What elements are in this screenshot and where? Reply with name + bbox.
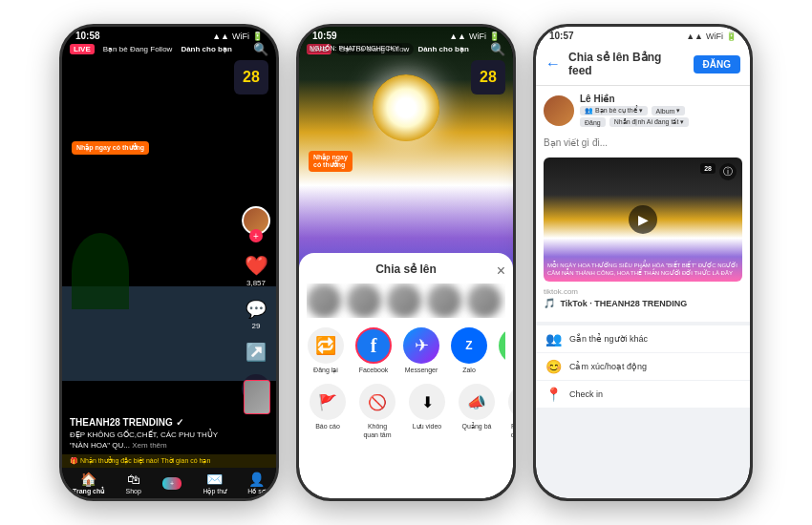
action-caption[interactable]: Aa Phụ đề vàcách thuật [505, 384, 513, 439]
trending-logo-2: 28 [471, 60, 505, 94]
fb-source-title: 🎵 TikTok · THEANH28 TRENDING [544, 298, 742, 308]
status-icons: ▲▲ WiFi 🔋 [212, 32, 263, 41]
add-icon: + [162, 477, 182, 490]
share-app-messenger[interactable]: ✈ Messenger [402, 327, 440, 374]
repost-icon: 🔁 [308, 327, 344, 364]
promote-icon: 📣 [459, 384, 495, 420]
fb-user-row: Lê Hiền 👥 Bạn bè cụ thể ▾ Album ▾ [544, 94, 742, 127]
facebook-icon: f [355, 327, 392, 364]
facebook-screen: 10:57 ▲▲ WiFi 🔋 ← Chia sẻ lên Bảng feed … [536, 27, 750, 498]
see-more-link[interactable]: Xem thêm [132, 441, 166, 450]
bottom-nav: 🏠 Trang chủ 🛍 Shop + ✉️ Hộp thư 👤 Hồ sơ [62, 468, 276, 498]
wifi-icon-3: WiFi [706, 32, 723, 41]
video-description: ĐẸP KHÔNG GỐC,CHẾT, CÁC PHU THỦY "NÀN HO… [70, 430, 234, 451]
play-button[interactable]: ▶ [629, 205, 657, 234]
like-action[interactable]: ❤️ 3,857 [245, 254, 268, 287]
share-app-facebook[interactable]: f Facebook [354, 327, 393, 374]
chevron-down-icon: ▾ [639, 107, 643, 115]
search-icon-2[interactable]: 🔍 [490, 42, 505, 56]
post-button[interactable]: ĐĂNG [694, 55, 740, 74]
friends-icon: 👥 [585, 107, 593, 115]
checkin-action[interactable]: 📍 Check in [536, 381, 750, 409]
tag-label: Gắn thẻ người khác [569, 334, 648, 344]
friend-avatar-2[interactable] [347, 284, 381, 318]
phone-1: 10:58 ▲▲ WiFi 🔋 LIVE Bạn bè Đang Follow … [59, 24, 279, 501]
zalo-label: Zalo [462, 367, 476, 373]
friend-avatar-1[interactable] [307, 284, 341, 318]
share-apps: 🔁 Đăng lại f Facebook ✈ Messenger Z Zalo… [307, 327, 505, 374]
follow-avatar[interactable]: + [242, 206, 270, 242]
status-bar-3: 10:57 ▲▲ WiFi 🔋 [536, 27, 750, 43]
comment-action[interactable]: 💬 29 [246, 299, 267, 330]
nav-inbox[interactable]: ✉️ Hộp thư [203, 472, 226, 495]
report-label: Báo cáo [315, 423, 340, 430]
fb-username: Lê Hiền [580, 94, 742, 104]
nav-shop[interactable]: 🛍 Shop [126, 472, 141, 494]
status-time-2: 10:59 [312, 31, 337, 41]
friend-avatar-4[interactable] [427, 284, 461, 318]
feeling-action[interactable]: 😊 Cảm xúc/hoạt động [536, 353, 750, 381]
action-promote[interactable]: 📣 Quảng bá [456, 384, 498, 439]
search-icon[interactable]: 🔍 [253, 42, 268, 56]
follow-text[interactable]: Bạn bè Đang Follow [98, 43, 178, 55]
for-you-tab-2[interactable]: Dành cho bạn [417, 45, 468, 53]
close-button[interactable]: × [497, 262, 505, 280]
status-bar-2: 10:59 ▲▲ WiFi 🔋 [299, 27, 513, 43]
share-action[interactable]: ↗️ [246, 342, 267, 363]
checkin-icon: 📍 [545, 387, 562, 402]
album-btn[interactable]: Album ▾ [652, 106, 686, 116]
signal-icon: ▲▲ [212, 32, 229, 41]
reward-text: 🎁 Nhận thưởng đặc biệt nào! Thời gian có… [70, 457, 210, 465]
battery-icon-2: 🔋 [489, 32, 500, 41]
fb-privacy-row: 👥 Bạn bè cụ thể ▾ Album ▾ [580, 106, 742, 116]
nav-home[interactable]: 🏠 Trang chủ [73, 472, 104, 495]
person-silhouette [72, 233, 129, 309]
profile-icon: 👤 [248, 472, 265, 487]
nav-add[interactable]: + [162, 477, 182, 490]
promo-badge-2[interactable]: Nhập ngaycó thưởng [309, 151, 353, 172]
status-time: 10:58 [75, 31, 100, 41]
fb-video-thumbnail: ▶ ⓘ 28 MỖI NGÀY HOA THƯỜNG SIÊU PHẨM HÒA… [544, 158, 742, 282]
reward-bar[interactable]: 🎁 Nhận thưởng đặc biệt nào! Thời gian có… [62, 454, 276, 468]
channel-name: THEANH28 TRENDING ✓ [70, 417, 234, 428]
tiktok-topbar: LIVE Bạn bè Đang Follow Dành cho bạn 🔍 [62, 42, 276, 56]
fb-avatar [544, 95, 574, 126]
friends-privacy-btn[interactable]: 👥 Bạn bè cụ thể ▾ [580, 106, 648, 116]
signal-icon-3: ▲▲ [686, 32, 703, 41]
friend-avatar-3[interactable] [387, 284, 421, 318]
caption-label: Phụ đề vàcách thuật [511, 423, 513, 439]
report-icon: 🚩 [310, 384, 346, 420]
share-title: Chia sẻ lên [375, 262, 437, 276]
tag-icon: 👥 [545, 331, 562, 346]
info-button[interactable]: ⓘ [719, 163, 737, 180]
home-icon: 🏠 [80, 472, 96, 487]
action-save[interactable]: ⬇ Lưu video [406, 384, 448, 439]
share-app-sms[interactable]: 💬 SMS [498, 327, 505, 374]
fb-privacy-row-2: Đăng Nhắn định Ai đang tất ▾ [580, 117, 742, 127]
friend-avatar-5[interactable] [467, 284, 502, 318]
post-input[interactable] [544, 134, 742, 152]
nav-profile[interactable]: 👤 Hồ sơ [247, 472, 266, 495]
checkin-label: Check in [569, 389, 603, 399]
like-count: 3,857 [246, 279, 266, 287]
for-you-tab[interactable]: Dành cho bạn [181, 45, 231, 53]
feeling-icon: 😊 [545, 359, 562, 374]
audience-btn[interactable]: Nhắn định Ai đang tất ▾ [609, 117, 690, 127]
inbox-icon: ✉️ [206, 472, 223, 487]
small-thumbnail[interactable] [244, 380, 270, 414]
promo-badge[interactable]: Nhập ngay có thưởng [72, 141, 149, 155]
tag-people-action[interactable]: 👥 Gắn thẻ người khác [536, 326, 750, 353]
status-icons-3: ▲▲ WiFi 🔋 [686, 32, 737, 41]
share-app-zalo[interactable]: Z Zalo [450, 327, 488, 374]
action-report[interactable]: 🚩 Báo cáo [307, 384, 349, 439]
back-button[interactable]: ← [545, 55, 561, 73]
video-info: THEANH28 TRENDING ✓ ĐẸP KHÔNG GỐC,CHẾT, … [70, 417, 234, 451]
video-caption: MỖI NGÀY HOA THƯỜNG SIÊU PHẨM HÒA "BIẾT … [547, 262, 738, 278]
signal-icon-2: ▲▲ [449, 32, 466, 41]
action-not-interested[interactable]: 🚫 Khôngquan tâm [356, 384, 398, 439]
share-app-repost[interactable]: 🔁 Đăng lại [307, 327, 345, 374]
status-time-3: 10:57 [549, 31, 574, 41]
post-btn-small[interactable]: Đăng [580, 117, 606, 127]
fb-extra-actions: 👥 Gắn thẻ người khác 😊 Cảm xúc/hoạt động… [536, 326, 750, 409]
messenger-icon: ✈ [403, 327, 439, 364]
